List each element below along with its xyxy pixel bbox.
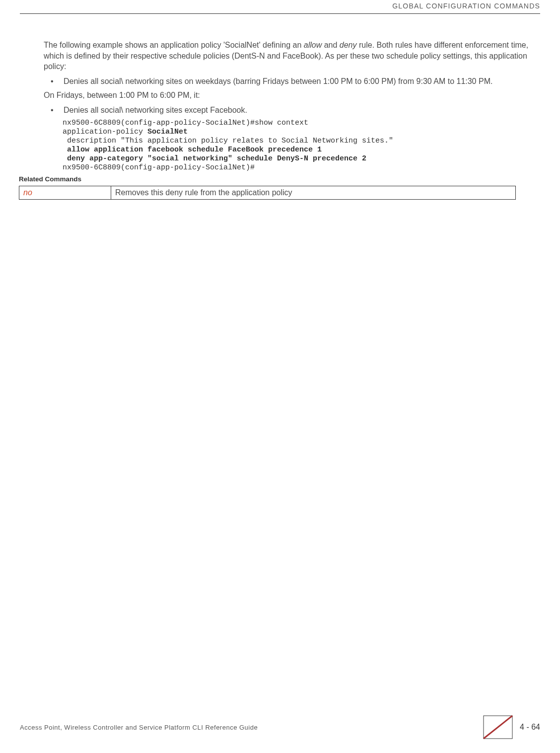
bullet-text: Denies all social\ networking sites on w…	[64, 76, 535, 87]
intro-text-c: and	[322, 41, 340, 49]
code-line: nx9500-6C8809(config-app-policy-SocialNe…	[63, 163, 255, 172]
header-divider	[20, 13, 540, 14]
related-commands-table: no Removes this deny rule from the appli…	[19, 186, 516, 200]
bullet-marker: •	[44, 76, 64, 87]
mid-paragraph: On Fridays, between 1:00 PM to 6:00 PM, …	[44, 90, 535, 101]
intro-allow-word: allow	[304, 41, 322, 49]
footer-right-group: 4 - 64	[483, 715, 540, 739]
bullet-text: Denies all social\ networking sites exce…	[64, 105, 535, 116]
bullet-marker: •	[44, 105, 64, 116]
intro-deny-word: deny	[340, 41, 357, 49]
main-content: The following example shows an applicati…	[44, 40, 535, 200]
command-name-cell: no	[19, 186, 111, 200]
svg-line-1	[484, 716, 512, 739]
related-commands-heading: Related Commands	[19, 175, 535, 183]
table-row: no Removes this deny rule from the appli…	[19, 186, 516, 200]
footer-title: Access Point, Wireless Controller and Se…	[20, 724, 258, 731]
bullet-item: • Denies all social\ networking sites ex…	[44, 105, 535, 116]
intro-text-a: The following example shows an applicati…	[44, 41, 304, 49]
code-line-bold: SocialNet	[147, 128, 188, 136]
page-number: 4 - 64	[520, 723, 540, 732]
code-line: nx9500-6C8809(config-app-policy-SocialNe…	[63, 119, 308, 127]
intro-paragraph: The following example shows an applicati…	[44, 40, 535, 72]
code-line: application-policy	[63, 128, 147, 136]
command-desc-cell: Removes this deny rule from the applicat…	[111, 186, 516, 200]
code-block: nx9500-6C8809(config-app-policy-SocialNe…	[63, 119, 535, 172]
code-line-bold: allow application facebook schedule Face…	[63, 146, 322, 154]
page-footer: Access Point, Wireless Controller and Se…	[20, 715, 540, 739]
header-category: GLOBAL CONFIGURATION COMMANDS	[392, 2, 540, 10]
code-line-bold: deny app-category "social networking" sc…	[63, 154, 366, 163]
bullet-item: • Denies all social\ networking sites on…	[44, 76, 535, 87]
page-corner-icon	[483, 715, 513, 739]
code-line: description "This application policy rel…	[63, 137, 393, 145]
